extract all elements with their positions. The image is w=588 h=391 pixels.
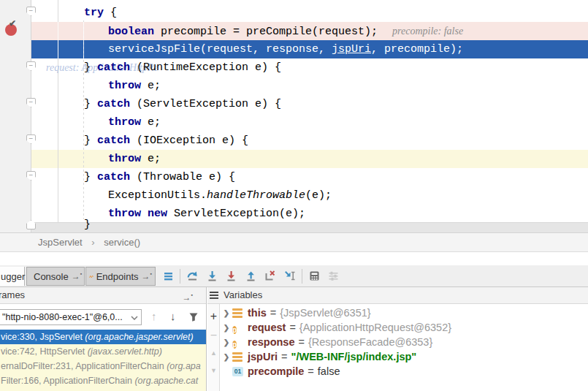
step-into-button[interactable] [206,270,218,282]
add-watch-button[interactable]: + [207,310,220,323]
chevron-down-icon [131,316,138,320]
step-out-button[interactable] [245,270,257,282]
tab-endpoints[interactable]: Endpoints →▪ [85,267,156,286]
toolwindow-gap [0,252,588,265]
watches-toolbar: + − ▲ ▼ [207,304,220,391]
thread-selector-value: "http-nio-8080-exec-1"@6,0... [2,312,123,322]
frames-header: rames →▪ [0,287,206,304]
inline-debug-hint: precompile: false [392,26,463,37]
frames-title: rames [0,289,25,300]
code-line: throw new ServletException(e); [31,205,588,223]
breadcrumb-method[interactable]: service() [104,237,140,248]
drop-frame-button[interactable] [264,270,276,282]
parameter-icon: p [232,338,243,347]
tab-debugger-label: ugger [0,271,28,282]
code-editor[interactable]: try {boolean precompile = preCompile(req… [0,0,588,232]
frame-row[interactable]: Filter:166, ApplicationFilterChain (org.… [0,373,207,388]
variables-title: Variables [224,287,262,303]
expand-chevron-icon[interactable]: ❯ [221,338,232,346]
code-lines: try {boolean precompile = preCompile(req… [0,0,588,232]
filter-frames-icon[interactable] [188,312,199,322]
breakpoint-verified-check-icon: ✔ [9,18,16,29]
step-over-button[interactable] [186,270,199,282]
frames-panel: rames →▪ "http-nio-8080-exec-1"@6,0... ↑… [0,287,207,391]
code-line: throw e; [31,77,588,95]
value-icon [232,308,243,318]
variable-name: precompile [248,365,304,377]
editor-gutter[interactable]: ✔ [0,0,31,232]
tab-console-label: Console [31,271,72,282]
toolbar-separator [302,269,302,284]
variable-row[interactable]: ❯jspUri="/WEB-INF/jsp/index.jsp" [221,349,588,364]
code-line: ExceptionUtils.handleThrowable(e); [31,186,588,205]
ide-debugger-screen: try {boolean precompile = preCompile(req… [0,0,588,391]
code-line: } catch (Throwable e) { [31,168,588,186]
run-to-cursor-button[interactable] [283,270,296,282]
variable-name: response [248,336,294,348]
debugger-toolbar: ugger Console →▪ Endpoints →▪ [0,265,588,287]
breadcrumb-class[interactable]: JspServlet [38,237,83,248]
evaluate-expression-button[interactable] [308,270,321,282]
frame-down-button[interactable]: ↓ [170,310,176,322]
variable-row[interactable]: ❯this={JspServlet@6351} [221,305,588,320]
tab-debugger[interactable]: ugger [0,267,25,286]
variable-value: {JspServlet@6351} [280,307,370,319]
code-line: serviceJspFile(request, response, jspUri… [31,40,588,58]
code-line: } catch (ServletException e) { [31,95,588,113]
tab-endpoints-label: Endpoints [93,271,142,282]
breadcrumb-separator-icon: › [91,237,94,248]
code-line: } catch (IOException e) { [31,132,588,150]
debugger-panels: rames →▪ "http-nio-8080-exec-1"@6,0... ↑… [0,287,588,391]
variable-value: {ResponseFacade@6353} [308,336,432,348]
code-line: throw e; [31,150,588,168]
menu-icon[interactable] [210,292,218,299]
thread-selector[interactable]: "http-nio-8080-exec-1"@6,0... [0,309,142,325]
breadcrumb: JspServlet › service() [0,232,588,252]
variables-panel: Variables + − ▲ ▼ ❯this={JspServlet@6351… [207,287,588,391]
variable-name: request [248,322,286,333]
variable-value: "/WEB-INF/jsp/index.jsp" [291,351,417,362]
parameter-icon: p [232,323,243,333]
expand-chevron-icon[interactable]: ❯ [221,309,232,317]
variable-value: {ApplicationHttpRequest@6352} [299,322,451,333]
toolbar-separator [180,269,180,284]
variable-row[interactable]: ❯presponse={ResponseFacade@6353} [221,335,588,349]
force-step-into-button[interactable] [225,270,237,282]
primitive-value-icon: 01 [232,367,243,376]
move-watch-up-button-disabled: ▲ [207,349,220,357]
layout-settings-button-disabled [327,270,340,282]
frame-row[interactable]: ernalDoFilter:231, ApplicationFilterChai… [0,359,207,373]
move-watch-down-button-disabled: ▼ [207,367,220,374]
variables-header: Variables [207,287,588,304]
code-line: try { [31,4,588,22]
variable-value: false [318,365,340,377]
moved-tab-icon: →▪ [72,271,85,281]
frame-row[interactable]: vice:330, JspServlet (org.apache.jasper.… [0,330,207,344]
variable-name: jspUri [248,351,278,362]
code-line: } catch (RuntimeException e) { [31,58,588,77]
variable-row[interactable]: ❯prequest={ApplicationHttpRequest@6352} [221,320,588,335]
moved-tab-icon: →▪ [183,287,196,305]
frames-list: vice:330, JspServlet (org.apache.jasper.… [0,330,207,391]
threads-view-icon[interactable] [162,270,175,282]
code-line: throw e; [31,113,588,132]
editor-bottom-band [31,222,588,232]
code-line: } [84,219,91,231]
code-line: boolean precompile = preCompile(request)… [31,22,588,40]
tab-console[interactable]: Console →▪ [26,267,85,286]
remove-watch-button-disabled: − [207,329,220,342]
value-icon [232,352,243,362]
expand-chevron-icon[interactable]: ❯ [221,324,232,332]
variable-row[interactable]: 01precompile=false [221,364,588,379]
expand-chevron-icon[interactable]: ❯ [221,353,232,361]
frame-up-button-disabled: ↑ [151,310,157,322]
variables-list: ❯this={JspServlet@6351}❯prequest={Applic… [221,305,588,379]
variable-name: this [248,307,267,319]
moved-tab-icon: →▪ [142,271,155,281]
frame-row[interactable]: vice:742, HttpServlet (javax.servlet.htt… [0,344,207,359]
